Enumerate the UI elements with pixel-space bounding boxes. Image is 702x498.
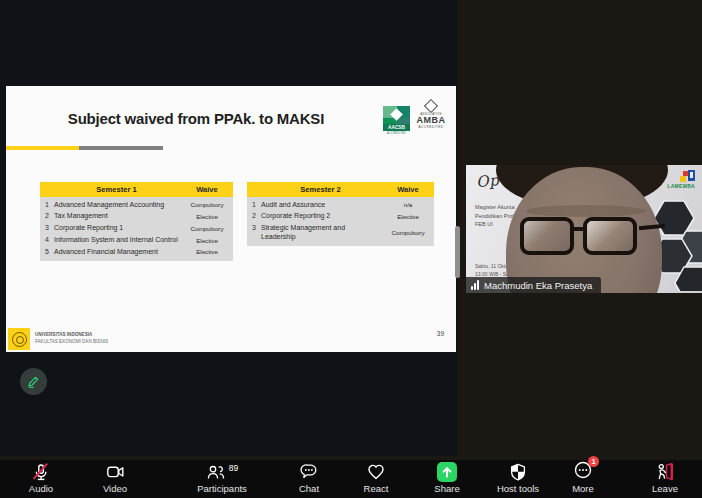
more-button[interactable]: 1 More <box>545 462 621 496</box>
glasses-right-lens <box>583 217 637 255</box>
amba-label: AMBA <box>415 116 447 125</box>
table-header: Semester 2 Waive <box>247 182 434 197</box>
leave-door-icon <box>655 462 676 482</box>
more-label: More <box>572 483 594 494</box>
slide-title: Subject waived from PPAk. to MAKSI <box>16 110 376 127</box>
header-waive: Waive <box>181 185 233 194</box>
react-button[interactable]: React <box>338 462 414 496</box>
title-underline-yellow <box>6 146 79 150</box>
table-row: 1 Audit and Assurance n/a <box>247 199 434 211</box>
glasses-bridge <box>572 227 585 231</box>
lamemba-logo-mark <box>680 170 695 183</box>
shield-icon <box>508 462 528 482</box>
semester1-table: Semester 1 Waive 1 Advanced Management A… <box>40 182 233 261</box>
slide-footer-text: UNIVERSITAS INDONESIA FAKULTAS EKONOMI D… <box>35 332 108 346</box>
chat-bubble-icon <box>299 462 319 482</box>
panel-resize-handle[interactable] <box>455 226 460 278</box>
participant-name: Machmudin Eka Prasetya <box>484 280 592 291</box>
video-label: Video <box>103 483 127 494</box>
share-button[interactable]: Share <box>409 462 485 496</box>
table-row: 5 Advanced Financial Management Elective <box>40 246 233 258</box>
pencil-icon <box>26 374 41 389</box>
table-row: 2 Tax Management Elective <box>40 211 233 223</box>
glasses-left-lens <box>520 217 574 255</box>
aacsb-accredited-label: ACCREDITED <box>383 132 410 135</box>
participants-count: 89 <box>229 463 238 473</box>
table-row: 1 Advanced Management Accounting Compuls… <box>40 199 233 211</box>
aacsb-label: AACSB <box>383 124 410 131</box>
host-tools-label: Host tools <box>497 483 539 494</box>
header-semester1: Semester 1 <box>54 185 181 194</box>
video-button[interactable]: Video <box>77 462 153 496</box>
title-underline-gray <box>79 146 163 150</box>
react-label: React <box>364 483 389 494</box>
header-semester2: Semester 2 <box>261 185 382 194</box>
amba-accredited-label: ACCREDITED <box>415 125 447 129</box>
heart-icon <box>366 462 386 482</box>
participant-name-tag: Machmudin Eka Prasetya <box>466 277 601 293</box>
semester2-table: Semester 2 Waive 1 Audit and Assurance n… <box>247 182 434 246</box>
table-header: Semester 1 Waive <box>40 182 233 197</box>
chat-button[interactable]: Chat <box>271 462 347 496</box>
audio-level-icon <box>471 280 480 290</box>
amba-logo: ASSOCIATION AMBA ACCREDITED <box>415 100 447 140</box>
university-logo-badge <box>8 328 30 350</box>
audio-label: Audio <box>29 483 53 494</box>
participants-label: Participants <box>197 483 247 494</box>
participant-video-tile[interactable]: Open Magister Akunta Pendidikan Prof FEB… <box>466 165 702 293</box>
slide: Subject waived from PPAk. to MAKSI AACSB… <box>6 86 456 352</box>
slide-page-number: 39 <box>437 330 444 337</box>
share-screen-icon <box>437 462 457 482</box>
table-row: 2 Corporate Reporting 2 Elective <box>247 211 434 223</box>
table-row: 4 Information System and Internal Contro… <box>40 234 233 246</box>
aacsb-logo: AACSB ACCREDITED <box>383 106 410 140</box>
lamemba-logo: LAMEMBA <box>667 170 695 189</box>
video-camera-icon <box>105 462 126 482</box>
participants-button[interactable]: 89 Participants <box>181 462 263 496</box>
leave-label: Leave <box>652 483 678 494</box>
participants-icon <box>206 463 226 482</box>
leave-button[interactable]: Leave <box>627 462 702 496</box>
chat-label: Chat <box>299 483 319 494</box>
amba-gem-icon <box>424 99 438 113</box>
meeting-toolbar: Audio Video 89 Participants <box>0 460 702 498</box>
universitas-indonesia-logo-icon <box>12 332 27 347</box>
table-row: 3 Strategic Management and Leadership Co… <box>247 223 434 244</box>
header-waive: Waive <box>382 185 434 194</box>
more-notification-badge: 1 <box>588 456 599 467</box>
share-label: Share <box>434 483 459 494</box>
lamemba-logo-text: LAMEMBA <box>667 183 695 189</box>
screen-share-area: Subject waived from PPAk. to MAKSI AACSB… <box>0 0 457 456</box>
microphone-muted-icon <box>31 462 51 482</box>
audio-button[interactable]: Audio <box>3 462 79 496</box>
annotate-button[interactable] <box>20 368 47 395</box>
table-row: 3 Corporate Reporting 1 Compulsory <box>40 223 233 235</box>
